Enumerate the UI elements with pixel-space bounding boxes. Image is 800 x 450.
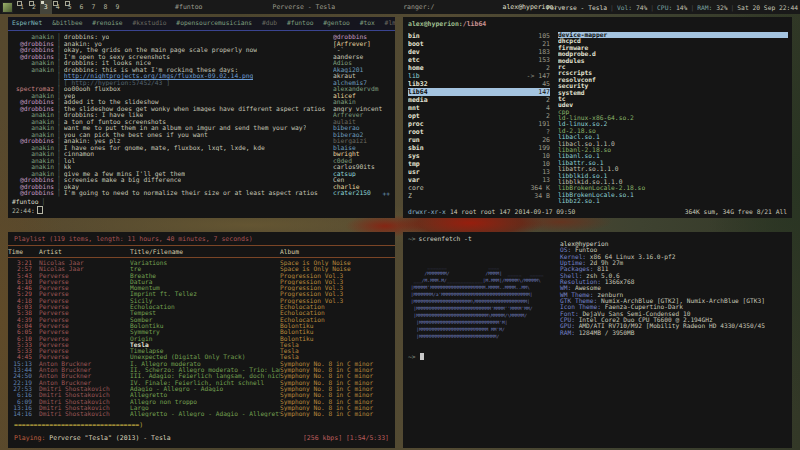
tasklist-item[interactable]: #funtoo: [131, 0, 246, 14]
channel-buffer-tab[interactable]: &bitlbee: [52, 19, 82, 26]
file-owner-info: 14 root root 147: [450, 208, 511, 215]
block-cursor: [420, 353, 424, 360]
file-row[interactable]: tmp 10: [408, 160, 550, 168]
playlist-header: Playlist (119 items, length: 11 hours, 4…: [8, 232, 395, 243]
channel-buffer-tab[interactable]: #funtoo: [287, 19, 314, 26]
channel-buffer-tab[interactable]: #tox: [360, 19, 375, 26]
playlist-track-row[interactable]: 14:16 Dmitri Shostakovich Allegretto - A…: [8, 411, 395, 417]
workspace-tag[interactable]: 6: [76, 0, 88, 14]
file-name: firmware: [558, 45, 588, 51]
workspace-tag[interactable]: 7: [88, 0, 100, 14]
file-row[interactable]: root ?: [408, 128, 550, 136]
file-row[interactable]: opt 2: [408, 112, 550, 120]
system-info-row: RAM: 1284MB / 3950MB: [560, 330, 765, 336]
disk-usage-info: 364K sum, 34G free 8/21 All: [685, 208, 787, 215]
channel-buffer-tab[interactable]: #kxstudio: [132, 19, 166, 26]
file-permissions: drwxr-xr-x: [408, 208, 446, 215]
file-name: root: [408, 128, 424, 136]
tag-occupied-square: [17, 1, 22, 6]
file-row[interactable]: home 2: [408, 64, 550, 72]
now-playing-widget: Perverse - Tesla: [546, 4, 607, 11]
file-count: 26: [542, 136, 550, 144]
file-row[interactable]: bin 105: [408, 32, 550, 40]
file-row[interactable]: etc 153: [408, 56, 550, 64]
tag-occupied-square: [53, 1, 58, 6]
weechat-input-bar[interactable]: 22:44:: [12, 206, 43, 214]
workspace-tag[interactable]: 3: [40, 0, 52, 14]
ranger-file-manager-window: alex@hyperion:/lib64 bin 105 boot 21 dev…: [403, 17, 792, 218]
file-row[interactable]: media 2: [408, 96, 550, 104]
workspace-tag[interactable]: 5: [64, 0, 76, 14]
separator-line: [8, 245, 395, 246]
awesome-top-bar: 1 2 3 4 5 6 7 8 9 #funtoo Perverse - Tes…: [0, 0, 800, 14]
ram-value: 32%: [716, 4, 727, 11]
channel-buffer-tab[interactable]: #gentoo: [323, 19, 350, 26]
file-count: 10: [542, 160, 550, 168]
nicklist-nick: `-`: [333, 47, 344, 53]
file-row[interactable]: boot 21: [408, 40, 550, 48]
system-info-block: alex@hyperion OS: Funtoo Kernel: x86_64 …: [560, 241, 765, 336]
seek-progress-bar[interactable]: ================================): [14, 421, 143, 429]
column-header-title: Title/Filename: [130, 248, 280, 255]
workspace-tag[interactable]: 9: [111, 0, 123, 14]
weechat-buffer-bar: EsperNet &bitlbee #renoise #kxstudio #op…: [8, 17, 395, 31]
file-name: tmp: [408, 160, 420, 168]
file-row[interactable]: lib32 45: [408, 80, 550, 88]
file-row[interactable]: mnt 4: [408, 104, 550, 112]
file-name: cpp: [558, 109, 569, 115]
file-name: boot: [408, 40, 424, 48]
track-album: Symphony No. 8 in C minor: [280, 411, 395, 417]
tag-label: 6: [80, 3, 84, 11]
channel-buffer-tab[interactable]: #renoise: [92, 19, 122, 26]
nicklist-nick: Cen: [333, 177, 344, 183]
file-row[interactable]: core 364 K: [408, 184, 550, 192]
file-row[interactable]: dev 183: [408, 48, 550, 56]
now-playing-track: Perverse "Tesla" (2013) - Tesla: [49, 434, 170, 442]
workspace-tag[interactable]: 2: [28, 0, 40, 14]
tag-occupied-square: [65, 1, 70, 6]
file-count: 21: [542, 40, 550, 48]
tag-label: 9: [115, 3, 119, 11]
channel-buffer-tab[interactable]: #opensourcemusicians: [176, 19, 252, 26]
workspace-tag[interactable]: 1: [16, 0, 28, 14]
workspace-tag[interactable]: 4: [52, 0, 64, 14]
status-widgets: Perverse - Tesla | Vol: 74% | CPU: 14% |…: [546, 0, 798, 14]
nicklist-nick: Adios: [333, 60, 352, 66]
file-row[interactable]: lib -> 147: [408, 72, 550, 80]
file-name: udev: [558, 102, 573, 108]
file-row[interactable]: usr 13: [408, 168, 550, 176]
file-name: ld-linux.so.2: [558, 121, 607, 127]
file-name: bin: [408, 32, 420, 40]
channel-buffer-tab[interactable]: EsperNet: [12, 19, 42, 26]
file-row[interactable]: libbz2.so.1: [558, 198, 788, 204]
nicklist-nick: charlie: [333, 184, 360, 190]
channel-buffer-tab[interactable]: #lmms: [385, 19, 395, 26]
track-time: 14:16: [8, 411, 32, 417]
channel-buffer-tab[interactable]: #dub: [262, 19, 277, 26]
file-row[interactable]: run 26: [408, 136, 550, 144]
file-name: run: [408, 136, 420, 144]
nicklist-nick: crater2150: [333, 190, 371, 196]
file-name: lib32: [408, 80, 428, 88]
tag-label: 7: [92, 3, 96, 11]
awesome-menu-icon[interactable]: [2, 2, 13, 13]
tasklist-item[interactable]: Perverse - Tesla: [246, 0, 361, 14]
file-name: mnt: [408, 104, 420, 112]
tag-label: 8: [103, 3, 107, 11]
track-title: Allegretto - Allegro - Adagio - Allegret…: [130, 411, 280, 417]
file-name: modprobe.d: [558, 51, 596, 57]
file-row[interactable]: sbin 199: [408, 144, 550, 152]
workspace-tag[interactable]: 8: [99, 0, 111, 14]
tasklist-item[interactable]: ranger:/: [361, 0, 476, 14]
nicklist-nick: catsup: [333, 171, 356, 177]
file-name: libacl.so.1: [558, 134, 600, 140]
file-row[interactable]: Z 34 B: [408, 192, 550, 200]
file-row[interactable]: var 13: [408, 176, 550, 184]
file-row[interactable]: lib64 147: [408, 88, 550, 96]
bitrate-and-elapsed: [256 kbps] [1:54/5:33]: [303, 434, 389, 442]
file-row[interactable]: sys 10: [408, 152, 550, 160]
file-name: security: [558, 83, 588, 89]
widget-separator: |: [650, 4, 654, 11]
shell-prompt-idle[interactable]: ~>: [408, 353, 424, 360]
file-row[interactable]: proc 191: [408, 120, 550, 128]
